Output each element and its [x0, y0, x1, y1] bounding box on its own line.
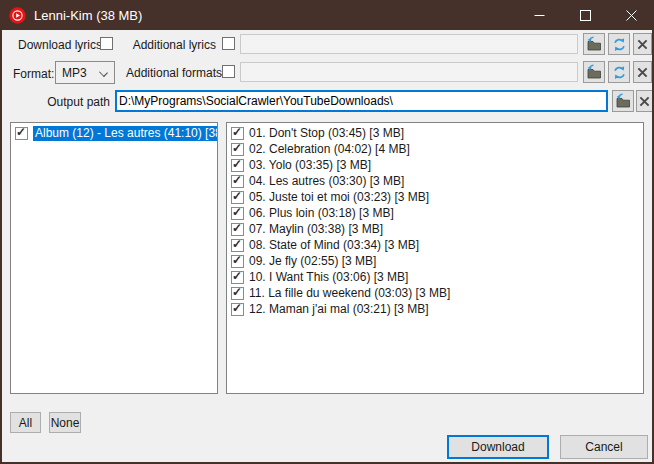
clear-x-icon	[637, 67, 648, 78]
track-list-item[interactable]: 10. I Want This (03:06) [3 MB]	[227, 269, 643, 285]
refresh-icon	[612, 65, 627, 80]
app-window: Lenni-Kim (38 MB) Download lyrics Additi…	[0, 0, 654, 464]
clear-output-button[interactable]	[636, 90, 653, 112]
track-label[interactable]: 01. Don't Stop (03:45) [3 MB]	[249, 126, 404, 141]
clear-x-icon	[639, 96, 650, 107]
track-checkbox[interactable]	[231, 239, 244, 252]
output-path-input[interactable]	[115, 90, 608, 112]
track-checkbox[interactable]	[231, 127, 244, 140]
download-button[interactable]: Download	[447, 435, 549, 459]
track-list-item[interactable]: 09. Je fly (02:55) [3 MB]	[227, 253, 643, 269]
track-checkbox[interactable]	[231, 223, 244, 236]
title-bar: Lenni-Kim (38 MB)	[0, 0, 654, 30]
minimize-button[interactable]	[516, 0, 562, 30]
track-label[interactable]: 10. I Want This (03:06) [3 MB]	[249, 270, 408, 285]
additional-formats-checkbox[interactable]	[222, 65, 235, 78]
additional-lyrics-label: Additional lyrics	[130, 38, 216, 52]
track-list-item[interactable]: 08. State of Mind (03:34) [3 MB]	[227, 237, 643, 253]
close-icon	[626, 10, 637, 21]
track-label[interactable]: 04. Les autres (03:30) [3 MB]	[249, 174, 404, 189]
track-label[interactable]: 03. Yolo (03:35) [3 MB]	[249, 158, 371, 173]
browse-formats-button[interactable]	[583, 61, 605, 83]
refresh-formats-button[interactable]	[608, 61, 630, 83]
album-list[interactable]: Album (12) - Les autres (41:10) [38 MB]	[10, 122, 218, 394]
additional-formats-input	[240, 62, 578, 82]
open-folder-icon	[615, 93, 631, 109]
output-path-label: Output path	[40, 95, 110, 109]
track-label[interactable]: 07. Maylin (03:38) [3 MB]	[249, 222, 383, 237]
track-label[interactable]: 11. La fille du weekend (03:03) [3 MB]	[249, 286, 450, 301]
download-lyrics-label: Download lyrics	[18, 38, 102, 52]
clear-lyrics-button[interactable]	[633, 33, 652, 55]
minimize-icon	[534, 10, 545, 21]
track-label[interactable]: 08. State of Mind (03:34) [3 MB]	[249, 238, 419, 253]
track-list-item[interactable]: 04. Les autres (03:30) [3 MB]	[227, 173, 643, 189]
album-checkbox[interactable]	[15, 127, 28, 140]
browse-output-button[interactable]	[612, 90, 634, 112]
additional-lyrics-checkbox[interactable]	[222, 37, 235, 50]
window-title: Lenni-Kim (38 MB)	[34, 8, 516, 23]
open-folder-icon	[586, 64, 602, 80]
clear-x-icon	[637, 39, 648, 50]
additional-formats-label: Additional formats	[126, 66, 216, 80]
track-list-item[interactable]: 03. Yolo (03:35) [3 MB]	[227, 157, 643, 173]
open-folder-icon	[586, 36, 602, 52]
track-label[interactable]: 05. Juste toi et moi (03:23) [3 MB]	[249, 190, 429, 205]
track-label[interactable]: 06. Plus loin (03:18) [3 MB]	[249, 206, 394, 221]
track-checkbox[interactable]	[231, 271, 244, 284]
album-list-item[interactable]: Album (12) - Les autres (41:10) [38 MB]	[11, 125, 217, 141]
select-all-button[interactable]: All	[10, 412, 41, 433]
track-list[interactable]: 01. Don't Stop (03:45) [3 MB] 02. Celebr…	[226, 122, 644, 394]
track-list-item[interactable]: 07. Maylin (03:38) [3 MB]	[227, 221, 643, 237]
track-checkbox[interactable]	[231, 255, 244, 268]
maximize-icon	[580, 10, 591, 21]
track-checkbox[interactable]	[231, 207, 244, 220]
track-checkbox[interactable]	[231, 143, 244, 156]
browse-lyrics-button[interactable]	[583, 33, 605, 55]
format-select[interactable]: MP3	[55, 61, 115, 84]
maximize-button[interactable]	[562, 0, 608, 30]
track-list-item[interactable]: 02. Celebration (04:02) [4 MB]	[227, 141, 643, 157]
track-label[interactable]: 12. Maman j'ai mal (03:21) [3 MB]	[249, 302, 429, 317]
track-checkbox[interactable]	[231, 159, 244, 172]
play-circle-icon	[9, 7, 26, 24]
chevron-down-icon	[99, 68, 108, 77]
track-checkbox[interactable]	[231, 287, 244, 300]
close-button[interactable]	[608, 0, 654, 30]
select-none-button[interactable]: None	[49, 412, 81, 433]
track-label[interactable]: 09. Je fly (02:55) [3 MB]	[249, 254, 376, 269]
format-label: Format:	[13, 67, 54, 81]
track-list-item[interactable]: 11. La fille du weekend (03:03) [3 MB]	[227, 285, 643, 301]
track-list-item[interactable]: 12. Maman j'ai mal (03:21) [3 MB]	[227, 301, 643, 317]
track-list-item[interactable]: 06. Plus loin (03:18) [3 MB]	[227, 205, 643, 221]
download-lyrics-checkbox[interactable]	[100, 37, 113, 50]
refresh-icon	[612, 37, 627, 52]
track-checkbox[interactable]	[231, 175, 244, 188]
track-checkbox[interactable]	[231, 191, 244, 204]
format-value: MP3	[62, 66, 87, 80]
track-list-item[interactable]: 05. Juste toi et moi (03:23) [3 MB]	[227, 189, 643, 205]
cancel-button[interactable]: Cancel	[560, 435, 648, 459]
track-checkbox[interactable]	[231, 303, 244, 316]
track-list-item[interactable]: 01. Don't Stop (03:45) [3 MB]	[227, 125, 643, 141]
clear-formats-button[interactable]	[633, 61, 652, 83]
track-label[interactable]: 02. Celebration (04:02) [4 MB]	[249, 142, 410, 157]
additional-lyrics-input	[240, 34, 578, 54]
album-label[interactable]: Album (12) - Les autres (41:10) [38 MB]	[33, 126, 218, 141]
refresh-lyrics-button[interactable]	[608, 33, 630, 55]
